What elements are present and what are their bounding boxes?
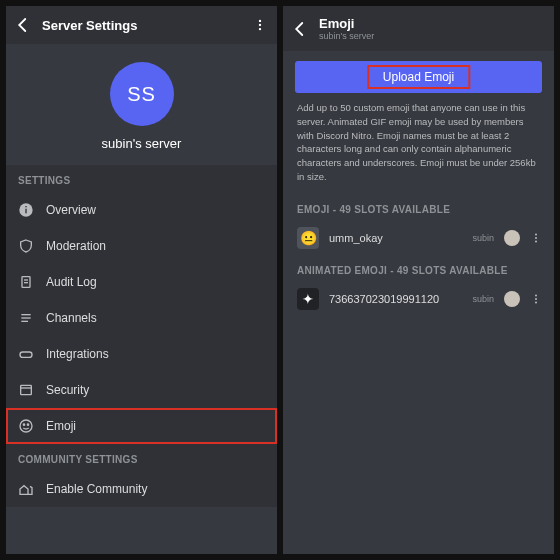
emoji-description: Add up to 50 custom emoji that anyone ca… bbox=[283, 101, 554, 194]
emoji-name: 736637023019991120 bbox=[329, 293, 462, 305]
header-bar: Emoji subin's server bbox=[283, 6, 554, 51]
upload-emoji-label: Upload Emoji bbox=[383, 70, 454, 84]
menu-label: Channels bbox=[46, 311, 97, 325]
server-hero: SS subin's server bbox=[6, 44, 277, 165]
community-icon bbox=[18, 481, 34, 497]
menu-label: Emoji bbox=[46, 419, 76, 433]
more-vertical-icon[interactable] bbox=[530, 293, 544, 305]
menu-item-integrations[interactable]: Integrations bbox=[6, 336, 277, 372]
emoji-settings-screen: Emoji subin's server Upload Emoji Upload… bbox=[283, 6, 554, 554]
gamepad-icon bbox=[18, 346, 34, 362]
back-arrow-icon[interactable] bbox=[14, 16, 32, 34]
menu-item-audit-log[interactable]: Audit Log bbox=[6, 264, 277, 300]
clipboard-icon bbox=[18, 274, 34, 290]
more-vertical-icon[interactable] bbox=[253, 18, 267, 32]
svg-point-1 bbox=[259, 24, 261, 26]
emoji-name: umm_okay bbox=[329, 232, 462, 244]
server-settings-screen: Server Settings SS subin's server SETTIN… bbox=[6, 6, 277, 554]
svg-rect-4 bbox=[25, 209, 26, 214]
emoji-thumbnail: 😐 bbox=[297, 227, 319, 249]
svg-point-19 bbox=[27, 424, 28, 425]
server-name: subin's server bbox=[102, 136, 182, 151]
emoji-slots-label: EMOJI - 49 SLOTS AVAILABLE bbox=[283, 194, 554, 221]
menu-item-moderation[interactable]: Moderation bbox=[6, 228, 277, 264]
menu-item-enable-community[interactable]: Enable Community bbox=[6, 471, 277, 507]
emoji-thumbnail: ✦ bbox=[297, 288, 319, 310]
header-subtitle: subin's server bbox=[319, 31, 544, 41]
svg-point-2 bbox=[259, 28, 261, 30]
animated-slots-label: ANIMATED EMOJI - 49 SLOTS AVAILABLE bbox=[283, 255, 554, 282]
svg-rect-5 bbox=[25, 206, 26, 207]
menu-label: Security bbox=[46, 383, 89, 397]
svg-rect-12 bbox=[20, 352, 32, 357]
info-icon bbox=[18, 202, 34, 218]
community-menu: Enable Community bbox=[6, 471, 277, 507]
shield-icon bbox=[18, 238, 34, 254]
menu-label: Moderation bbox=[46, 239, 106, 253]
upload-emoji-button[interactable]: Upload Emoji Upload Emoji bbox=[295, 61, 542, 93]
emoji-icon bbox=[18, 418, 34, 434]
server-avatar[interactable]: SS bbox=[110, 62, 174, 126]
emoji-row[interactable]: 😐 umm_okay subin bbox=[283, 221, 554, 255]
svg-point-18 bbox=[23, 424, 24, 425]
header-bar: Server Settings bbox=[6, 6, 277, 44]
section-label-community: COMMUNITY SETTINGS bbox=[6, 444, 277, 471]
menu-label: Enable Community bbox=[46, 482, 147, 496]
svg-point-22 bbox=[535, 240, 537, 242]
security-icon bbox=[18, 382, 34, 398]
svg-point-23 bbox=[535, 294, 537, 296]
header-title: Emoji bbox=[319, 16, 544, 31]
svg-point-0 bbox=[259, 20, 261, 22]
menu-item-emoji[interactable]: Emoji bbox=[6, 408, 277, 444]
menu-label: Overview bbox=[46, 203, 96, 217]
emoji-owner: subin bbox=[472, 233, 494, 243]
owner-avatar bbox=[504, 230, 520, 246]
menu-label: Audit Log bbox=[46, 275, 97, 289]
settings-menu: Overview Moderation Audit Log Channels I bbox=[6, 192, 277, 444]
menu-label: Integrations bbox=[46, 347, 109, 361]
svg-point-24 bbox=[535, 298, 537, 300]
back-arrow-icon[interactable] bbox=[291, 20, 309, 38]
header-title: Server Settings bbox=[42, 18, 243, 33]
svg-point-20 bbox=[535, 233, 537, 235]
owner-avatar bbox=[504, 291, 520, 307]
svg-point-17 bbox=[20, 420, 32, 432]
svg-rect-15 bbox=[21, 385, 32, 394]
menu-item-channels[interactable]: Channels bbox=[6, 300, 277, 336]
emoji-row[interactable]: ✦ 736637023019991120 subin bbox=[283, 282, 554, 316]
menu-item-overview[interactable]: Overview bbox=[6, 192, 277, 228]
svg-point-25 bbox=[535, 301, 537, 303]
section-label-settings: SETTINGS bbox=[6, 165, 277, 192]
more-vertical-icon[interactable] bbox=[530, 232, 544, 244]
list-icon bbox=[18, 310, 34, 326]
emoji-owner: subin bbox=[472, 294, 494, 304]
menu-item-security[interactable]: Security bbox=[6, 372, 277, 408]
svg-point-21 bbox=[535, 237, 537, 239]
